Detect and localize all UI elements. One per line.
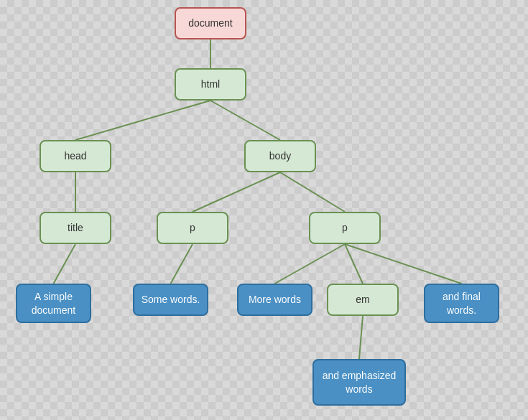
- svg-line-10: [345, 244, 462, 284]
- svg-line-7: [171, 244, 193, 284]
- node-em: em: [327, 284, 399, 316]
- node-title: title: [40, 212, 111, 244]
- node-text3: More words: [237, 284, 312, 316]
- node-text1: A simple document: [16, 284, 91, 323]
- svg-line-11: [359, 316, 363, 359]
- node-text5: and emphasized words: [312, 359, 406, 406]
- node-p1: p: [157, 212, 228, 244]
- node-body: body: [244, 140, 316, 172]
- node-text2: Some words.: [133, 284, 208, 316]
- node-p2: p: [309, 212, 381, 244]
- svg-line-4: [193, 172, 280, 212]
- dom-tree-diagram: documenthtmlheadbodytitleppA simple docu…: [0, 0, 528, 420]
- svg-line-6: [54, 244, 76, 284]
- svg-line-2: [210, 101, 280, 140]
- svg-line-9: [345, 244, 363, 284]
- node-document: document: [175, 7, 246, 39]
- node-head: head: [40, 140, 111, 172]
- node-text4: and final words.: [424, 284, 499, 323]
- svg-line-8: [275, 244, 346, 284]
- svg-line-1: [75, 101, 210, 140]
- node-html: html: [175, 68, 246, 101]
- svg-line-5: [280, 172, 345, 212]
